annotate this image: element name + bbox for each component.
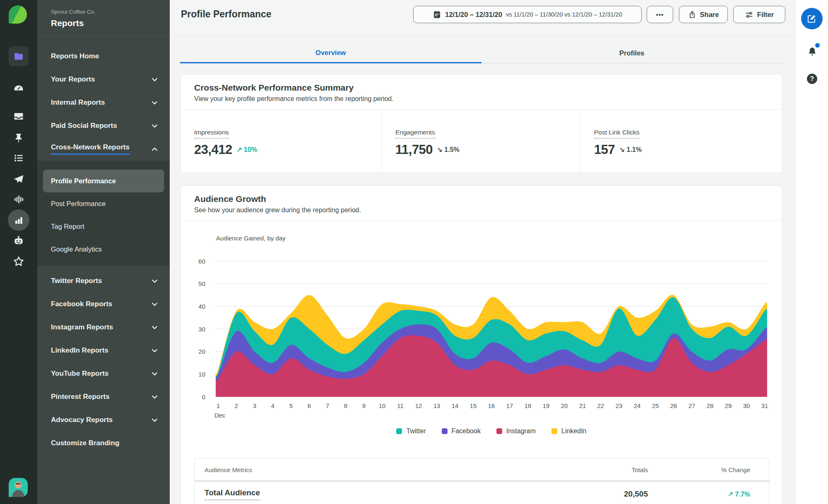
tab-overview[interactable]: Overview	[180, 43, 481, 63]
rail-pin-icon[interactable]	[9, 128, 29, 148]
metric-delta: ↘1.1%	[619, 146, 642, 154]
sidebar-item-label: Twitter Reports	[51, 277, 102, 285]
row-metric-label[interactable]: Total Audience	[205, 488, 260, 500]
subnav-item-google-analytics[interactable]: Google Analytics	[43, 238, 164, 261]
rail-list-icon[interactable]	[9, 148, 29, 168]
subnav-item-tag-report[interactable]: Tag Report	[43, 215, 164, 238]
svg-text:2: 2	[235, 402, 238, 409]
svg-text:3: 3	[253, 402, 256, 409]
legend-swatch-icon	[396, 428, 402, 434]
sidebar-item-label: Paid Social Reports	[51, 122, 117, 130]
chevron-up-icon	[151, 146, 158, 153]
chevron-down-icon	[151, 370, 158, 377]
sidebar-item-pinterest-reports[interactable]: Pinterest Reports	[37, 385, 170, 408]
growth-divider	[181, 221, 782, 221]
svg-text:20: 20	[198, 348, 205, 355]
share-button[interactable]: Share	[679, 6, 728, 23]
subnav-item-post-performance[interactable]: Post Performance	[43, 192, 164, 215]
svg-text:7: 7	[326, 402, 329, 409]
sidebar-item-linkedin-reports[interactable]: LinkedIn Reports	[37, 339, 170, 362]
sidebar-item-facebook-reports[interactable]: Facebook Reports	[37, 293, 170, 316]
sidebar-item-your-reports[interactable]: Your Reports	[37, 68, 170, 91]
sidebar-item-label: Reports Home	[51, 52, 99, 60]
rail-bar-chart-icon[interactable]	[8, 209, 29, 231]
legend-item-instagram[interactable]: Instagram	[496, 427, 536, 435]
rail-gauge-icon[interactable]	[9, 79, 29, 98]
sidebar-item-youtube-reports[interactable]: YouTube Reports	[37, 362, 170, 385]
trend-arrow-icon: ↘	[437, 146, 443, 154]
sidebar-item-instagram-reports[interactable]: Instagram Reports	[37, 316, 170, 339]
sidebar-item-reports-home[interactable]: Reports Home	[37, 45, 170, 68]
svg-text:24: 24	[634, 402, 641, 409]
notification-dot	[815, 43, 820, 48]
svg-text:16: 16	[488, 402, 495, 409]
svg-text:9: 9	[362, 402, 366, 409]
share-icon	[688, 10, 696, 19]
chart-legend: TwitterFacebookInstagramLinkedIn	[216, 427, 767, 435]
rail-bot-icon[interactable]	[9, 231, 29, 251]
chevron-down-icon	[151, 76, 158, 83]
sidebar-item-advocacy-reports[interactable]: Advocacy Reports	[37, 408, 170, 432]
metric-label[interactable]: Engagements	[395, 129, 435, 139]
metric-value: 157	[594, 142, 615, 157]
sidebar-item-label: Advocacy Reports	[51, 416, 113, 424]
metric-label[interactable]: Post Link Clicks	[594, 129, 639, 139]
rail-send-icon[interactable]	[9, 169, 29, 189]
legend-item-facebook[interactable]: Facebook	[442, 427, 481, 435]
sidebar-item-customize-branding[interactable]: Customize Branding	[37, 432, 170, 455]
notifications-button[interactable]	[806, 45, 818, 56]
audience-growth-card: Audience Growth See how your audience gr…	[180, 185, 782, 504]
calendar-icon	[433, 10, 441, 19]
audience-growth-chart[interactable]: 0102030405060123456789101112131415161718…	[181, 227, 783, 422]
svg-text:30: 30	[198, 326, 205, 333]
filter-button[interactable]: Filter	[733, 6, 785, 23]
help-icon[interactable]: ?	[807, 74, 817, 84]
cross-network-subnav: Profile PerformancePost PerformanceTag R…	[37, 161, 170, 266]
sidebar-item-internal-reports[interactable]: Internal Reports	[37, 91, 170, 114]
sidebar-item-label: Customize Branding	[51, 439, 119, 447]
user-avatar[interactable]	[9, 478, 28, 497]
sidebar-item-twitter-reports[interactable]: Twitter Reports	[37, 269, 170, 293]
rail-folder-icon[interactable]	[9, 46, 29, 66]
legend-item-linkedin[interactable]: LinkedIn	[551, 427, 587, 435]
metric-label[interactable]: Impressions	[194, 129, 229, 139]
account-name: Sprout Coffee Co.	[51, 9, 96, 15]
svg-text:26: 26	[670, 402, 677, 409]
svg-text:23: 23	[616, 402, 623, 409]
metric-engagements: Engagements 11,750 ↘1.5%	[381, 109, 580, 173]
report-tabs: Overview Profiles	[180, 43, 782, 63]
sidebar-item-cross-network-reports[interactable]: Cross-Network Reports	[37, 137, 170, 161]
svg-text:50: 50	[198, 280, 205, 287]
sprout-leaf-logo-icon[interactable]	[9, 5, 27, 24]
rail-star-icon[interactable]	[9, 252, 29, 271]
metric-delta: ↗10%	[236, 146, 257, 154]
compose-pencil-icon	[807, 14, 817, 24]
metric-delta: ↘1.5%	[437, 146, 460, 154]
trend-arrow-icon: ↗	[236, 146, 242, 154]
legend-label: Facebook	[452, 427, 481, 435]
more-options-button[interactable]: •••	[647, 6, 673, 23]
chevron-down-icon	[151, 301, 158, 308]
svg-text:29: 29	[725, 402, 732, 409]
tab-profiles[interactable]: Profiles	[481, 43, 783, 63]
svg-text:20: 20	[561, 402, 568, 409]
svg-text:22: 22	[597, 402, 604, 409]
rail-inbox-icon[interactable]	[9, 106, 29, 126]
svg-text:0: 0	[202, 394, 205, 401]
filter-sliders-icon	[745, 10, 753, 19]
trend-arrow-icon: ↗	[728, 491, 733, 498]
svg-text:14: 14	[452, 402, 459, 409]
svg-text:13: 13	[433, 402, 440, 409]
sidebar-item-label: Cross-Network Reports	[51, 143, 130, 155]
rail-waveform-icon[interactable]	[9, 190, 29, 209]
compose-button[interactable]	[801, 8, 823, 29]
growth-subtitle: See how your audience grew during the re…	[194, 206, 361, 214]
svg-text:11: 11	[397, 402, 404, 409]
svg-text:17: 17	[506, 402, 513, 409]
legend-item-twitter[interactable]: Twitter	[396, 427, 426, 435]
date-range-button[interactable]: 12/1/20 – 12/31/20 vs 11/1/20 – 11/30/20…	[413, 6, 642, 23]
metric-value: 11,750	[395, 142, 433, 157]
subnav-item-profile-performance[interactable]: Profile Performance	[43, 170, 164, 192]
sidebar-item-paid-social-reports[interactable]: Paid Social Reports	[37, 114, 170, 137]
reports-sidebar: Sprout Coffee Co. Reports Reports HomeYo…	[37, 0, 170, 504]
